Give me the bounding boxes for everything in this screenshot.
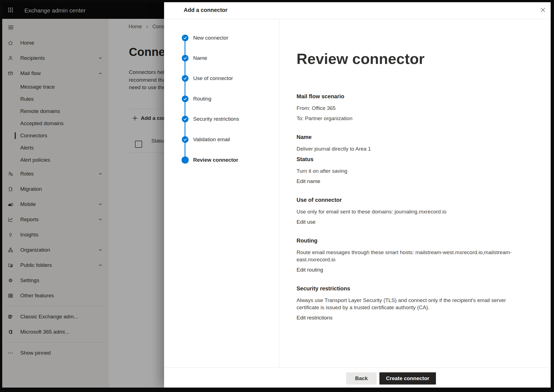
review-section-mail-flow-scenario: Mail flow scenarioFrom: Office 365To: Pa…: [297, 93, 518, 122]
panel-header: Add a connector: [164, 2, 551, 19]
review-section-routing: RoutingRoute email messages through thes…: [297, 237, 518, 274]
review-title: Review connector: [297, 50, 518, 68]
back-button[interactable]: Back: [346, 372, 377, 385]
edit-routing-button[interactable]: Edit routing: [297, 266, 323, 274]
review-section-heading: Mail flow scenario: [297, 93, 518, 100]
add-connector-panel: Add a connector New connectorNameUse of …: [164, 2, 551, 388]
review-section-heading: Routing: [297, 237, 518, 244]
review-value: Turn it on after saving: [297, 167, 515, 175]
step-name[interactable]: Name: [193, 55, 207, 62]
step-indicator-review-connector[interactable]: [182, 156, 189, 164]
review-value: Route email messages through these smart…: [297, 249, 515, 263]
review-subheading-status: Status: [297, 156, 518, 163]
step-routing[interactable]: Routing: [193, 95, 211, 102]
step-use-of-connector[interactable]: Use of connector: [193, 75, 233, 82]
review-section-heading: Use of connector: [297, 196, 518, 203]
step-indicator-name-check-icon[interactable]: [182, 55, 188, 61]
step-security-restrictions[interactable]: Security restrictions: [193, 115, 239, 123]
step-review-connector[interactable]: Review connector: [193, 156, 238, 164]
close-button[interactable]: [537, 4, 549, 16]
edit-use-button[interactable]: Edit use: [297, 218, 316, 226]
step-validation-email[interactable]: Validation email: [193, 136, 230, 143]
review-section-heading: Security restrictions: [297, 285, 518, 292]
edit-restrictions-button[interactable]: Edit restrictions: [297, 314, 333, 321]
screenshot-frame: Exchange admin center HomeRecipientsMail…: [0, 0, 554, 392]
review-value: Deliver journal directly to Area 1: [297, 145, 515, 153]
step-indicator-security-restrictions-check-icon[interactable]: [182, 116, 188, 122]
step-indicator-routing-check-icon[interactable]: [182, 96, 188, 102]
step-indicator-new-connector-check-icon[interactable]: [182, 35, 188, 41]
edit-name-button[interactable]: Edit name: [297, 178, 320, 185]
close-icon: [540, 7, 546, 14]
review-section-security-restrictions: Security restrictionsAlways use Transpor…: [297, 285, 518, 321]
review-section-name: NameDeliver journal directly to Area 1St…: [297, 133, 518, 185]
panel-footer: Back Create connector: [164, 368, 551, 388]
panel-title: Add a connector: [184, 7, 228, 13]
review-value: Use only for email sent to these domains…: [297, 208, 515, 215]
review-section-heading: Name: [297, 133, 518, 141]
app-window: Exchange admin center HomeRecipientsMail…: [2, 2, 551, 388]
review-content: Review connector Mail flow scenarioFrom:…: [297, 19, 518, 321]
create-connector-button[interactable]: Create connector: [379, 372, 436, 385]
review-section-use-of-connector: Use of connectorUse only for email sent …: [297, 196, 518, 226]
step-new-connector[interactable]: New connector: [193, 34, 228, 42]
wizard-stepper: New connectorNameUse of connectorRouting…: [164, 19, 279, 368]
review-value: From: Office 365: [297, 105, 515, 112]
review-value: To: Partner organization: [297, 115, 515, 122]
review-sections: Mail flow scenarioFrom: Office 365To: Pa…: [297, 93, 518, 321]
review-value: Always use Transport Layer Security (TLS…: [297, 297, 515, 311]
step-indicator-use-of-connector-check-icon[interactable]: [182, 75, 188, 82]
step-indicator-validation-email-check-icon[interactable]: [182, 136, 188, 143]
